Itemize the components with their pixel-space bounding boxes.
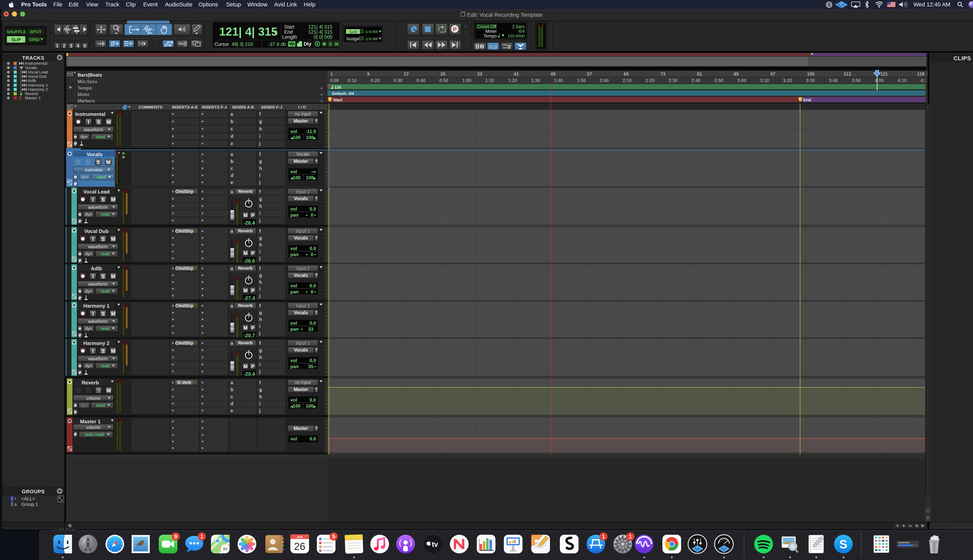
svg-text:1: 1 xyxy=(361,30,362,32)
svg-text:((△)): ((△)) xyxy=(489,45,497,49)
svg-text:3D: 3D xyxy=(222,547,227,551)
svg-text:S: S xyxy=(839,537,847,551)
svg-text:JUN: JUN xyxy=(297,535,303,538)
svg-text:tv: tv xyxy=(432,540,438,548)
svg-text:26: 26 xyxy=(294,541,305,552)
svg-text:1: 1 xyxy=(361,37,362,40)
